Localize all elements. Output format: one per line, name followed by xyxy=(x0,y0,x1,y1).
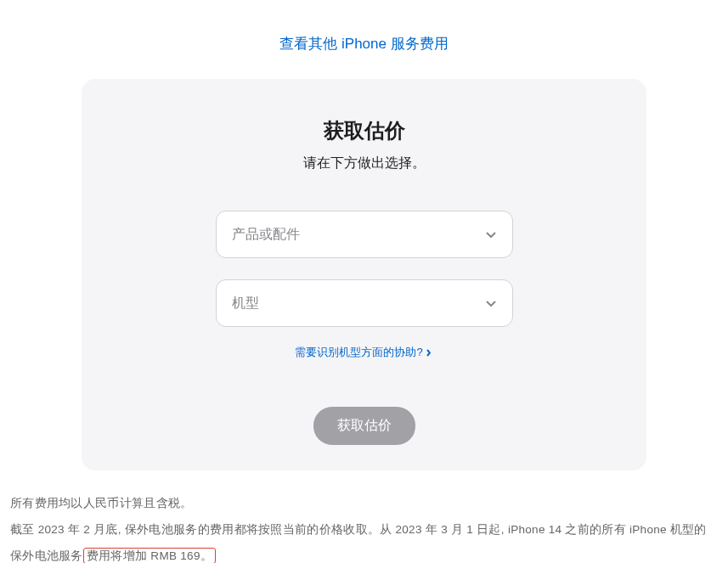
footer-text: 所有费用均以人民币计算且含税。 截至 2023 年 2 月底, 保外电池服务的费… xyxy=(8,490,720,563)
estimate-card: 获取估价 请在下方做出选择。 产品或配件 机型 需要识别机型方面的协助? xyxy=(82,79,646,470)
product-select-wrapper: 产品或配件 xyxy=(216,211,513,258)
footer-line-1: 所有费用均以人民币计算且含税。 xyxy=(10,490,718,516)
chevron-down-icon xyxy=(485,297,497,309)
model-select-placeholder: 机型 xyxy=(232,295,259,312)
product-select-placeholder: 产品或配件 xyxy=(232,226,300,244)
footer-line-2: 截至 2023 年 2 月底, 保外电池服务的费用都将按照当前的价格收取。从 2… xyxy=(10,516,718,563)
card-title: 获取估价 xyxy=(116,117,612,144)
get-estimate-button[interactable]: 获取估价 xyxy=(313,407,415,445)
model-select-wrapper: 机型 xyxy=(216,279,513,327)
chevron-down-icon xyxy=(485,228,497,240)
top-link-container: 查看其他 iPhone 服务费用 xyxy=(8,0,720,79)
help-link-label: 需要识别机型方面的协助? xyxy=(295,345,422,360)
card-subtitle: 请在下方做出选择。 xyxy=(116,155,612,172)
chevron-right-icon xyxy=(425,348,433,357)
model-select[interactable]: 机型 xyxy=(216,279,513,327)
price-increase-highlight: 费用将增加 RMB 169。 xyxy=(83,548,216,563)
identify-model-help-link[interactable]: 需要识别机型方面的协助? xyxy=(295,345,432,360)
help-link-container: 需要识别机型方面的协助? xyxy=(116,344,612,360)
other-services-link[interactable]: 查看其他 iPhone 服务费用 xyxy=(279,36,448,52)
product-select[interactable]: 产品或配件 xyxy=(216,211,513,258)
